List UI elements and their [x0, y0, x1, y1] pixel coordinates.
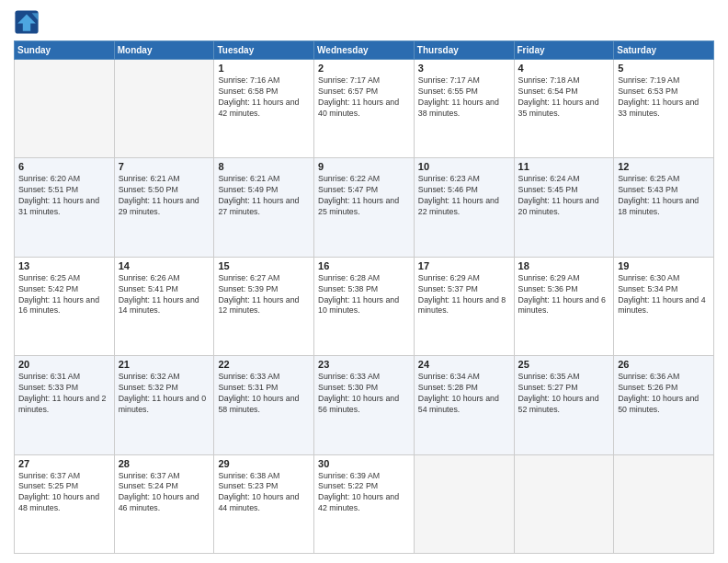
day-info-line: Daylight: 11 hours and 12 minutes. — [218, 295, 299, 316]
day-info-line: Sunset: 5:23 PM — [218, 481, 278, 490]
day-number: 9 — [318, 161, 410, 172]
day-info-line: Sunset: 5:33 PM — [18, 383, 78, 392]
calendar-body: 1Sunrise: 7:16 AMSunset: 6:58 PMDaylight… — [15, 60, 714, 554]
weekday-header-row: SundayMondayTuesdayWednesdayThursdayFrid… — [15, 41, 714, 60]
day-info-line: Daylight: 10 hours and 42 minutes. — [318, 492, 399, 512]
day-info-line: Sunrise: 6:29 AM — [518, 273, 580, 282]
day-info-line: Daylight: 11 hours and 14 minutes. — [119, 295, 199, 316]
day-info-line: Sunrise: 6:23 AM — [418, 174, 480, 183]
day-number: 20 — [18, 359, 110, 370]
day-info-line: Sunrise: 7:17 AM — [318, 75, 380, 85]
day-info: Sunrise: 6:21 AMSunset: 5:49 PMDaylight:… — [218, 174, 310, 218]
day-info-line: Sunrise: 6:26 AM — [119, 273, 180, 282]
weekday-header-cell: Wednesday — [314, 41, 415, 60]
day-info-line: Sunset: 5:38 PM — [318, 284, 378, 293]
day-info-line: Sunset: 5:32 PM — [119, 383, 178, 392]
day-number: 21 — [119, 359, 210, 370]
day-info-line: Sunset: 5:42 PM — [18, 284, 78, 293]
day-number: 22 — [218, 359, 310, 370]
calendar-day-cell: 13Sunrise: 6:25 AMSunset: 5:42 PMDayligh… — [15, 257, 115, 355]
day-info-line: Sunset: 5:26 PM — [618, 383, 677, 392]
day-info-line: Sunrise: 6:37 AM — [18, 471, 80, 480]
calendar-day-cell: 8Sunrise: 6:21 AMSunset: 5:49 PMDaylight… — [214, 158, 314, 257]
day-info-line: Sunset: 5:31 PM — [218, 383, 278, 392]
day-info-line: Daylight: 10 hours and 46 minutes. — [119, 492, 199, 512]
weekday-header-cell: Friday — [514, 41, 614, 60]
weekday-header-cell: Sunday — [15, 41, 115, 60]
day-info-line: Sunset: 5:51 PM — [18, 185, 78, 194]
day-info-line: Daylight: 10 hours and 56 minutes. — [318, 394, 399, 414]
day-info-line: Sunset: 5:43 PM — [618, 185, 677, 194]
weekday-header-cell: Monday — [114, 41, 214, 60]
day-info-line: Sunrise: 6:37 AM — [119, 471, 180, 480]
day-info-line: Daylight: 11 hours and 2 minutes. — [18, 394, 106, 414]
calendar-day-cell: 20Sunrise: 6:31 AMSunset: 5:33 PMDayligh… — [15, 356, 115, 454]
day-info: Sunrise: 7:19 AMSunset: 6:53 PMDaylight:… — [618, 75, 710, 120]
calendar-day-cell: 16Sunrise: 6:28 AMSunset: 5:38 PMDayligh… — [314, 257, 415, 355]
day-info: Sunrise: 6:23 AMSunset: 5:46 PMDaylight:… — [418, 174, 510, 218]
day-info-line: Daylight: 11 hours and 22 minutes. — [418, 196, 499, 216]
day-number: 5 — [618, 63, 710, 74]
calendar-day-cell: 14Sunrise: 6:26 AMSunset: 5:41 PMDayligh… — [114, 257, 214, 355]
day-info-line: Sunset: 5:28 PM — [418, 383, 478, 392]
day-info-line: Sunset: 5:24 PM — [119, 481, 178, 490]
day-info-line: Daylight: 11 hours and 40 minutes. — [318, 98, 399, 118]
day-info-line: Daylight: 11 hours and 10 minutes. — [318, 295, 399, 316]
day-info-line: Sunrise: 6:30 AM — [618, 273, 679, 282]
day-info: Sunrise: 7:17 AMSunset: 6:57 PMDaylight:… — [318, 75, 410, 120]
calendar-day-cell: 28Sunrise: 6:37 AMSunset: 5:24 PMDayligh… — [114, 454, 214, 553]
day-info: Sunrise: 6:33 AMSunset: 5:31 PMDaylight:… — [218, 372, 310, 416]
weekday-header-cell: Thursday — [414, 41, 514, 60]
day-number: 12 — [618, 161, 710, 172]
day-number: 24 — [418, 359, 510, 370]
day-info-line: Sunrise: 6:21 AM — [119, 174, 180, 183]
logo — [14, 9, 43, 35]
day-info-line: Sunset: 5:27 PM — [518, 383, 578, 392]
day-info-line: Sunset: 5:22 PM — [318, 481, 378, 490]
calendar-week-row: 1Sunrise: 7:16 AMSunset: 6:58 PMDaylight… — [15, 60, 714, 158]
day-info-line: Sunrise: 6:35 AM — [518, 372, 580, 381]
day-number: 23 — [318, 359, 410, 370]
page: SundayMondayTuesdayWednesdayThursdayFrid… — [0, 0, 728, 563]
day-info-line: Sunset: 6:57 PM — [318, 86, 378, 96]
calendar-week-row: 13Sunrise: 6:25 AMSunset: 5:42 PMDayligh… — [15, 257, 714, 355]
day-info-line: Sunset: 5:36 PM — [518, 284, 578, 293]
calendar-day-cell: 5Sunrise: 7:19 AMSunset: 6:53 PMDaylight… — [614, 60, 714, 158]
calendar-day-cell: 23Sunrise: 6:33 AMSunset: 5:30 PMDayligh… — [314, 356, 415, 454]
day-info: Sunrise: 6:36 AMSunset: 5:26 PMDaylight:… — [618, 372, 710, 416]
calendar-table: SundayMondayTuesdayWednesdayThursdayFrid… — [14, 40, 714, 554]
day-info-line: Daylight: 11 hours and 6 minutes. — [518, 295, 606, 316]
calendar-day-cell: 19Sunrise: 6:30 AMSunset: 5:34 PMDayligh… — [614, 257, 714, 355]
day-info-line: Sunset: 5:45 PM — [518, 185, 578, 194]
day-info-line: Sunrise: 6:20 AM — [18, 174, 80, 183]
day-number: 10 — [418, 161, 510, 172]
day-info-line: Sunrise: 7:17 AM — [418, 75, 480, 85]
calendar-week-row: 27Sunrise: 6:37 AMSunset: 5:25 PMDayligh… — [15, 454, 714, 553]
day-info: Sunrise: 6:28 AMSunset: 5:38 PMDaylight:… — [318, 273, 410, 317]
day-info-line: Daylight: 11 hours and 18 minutes. — [618, 196, 699, 216]
day-info-line: Daylight: 10 hours and 44 minutes. — [218, 492, 299, 512]
calendar-day-cell: 10Sunrise: 6:23 AMSunset: 5:46 PMDayligh… — [414, 158, 514, 257]
calendar-day-cell: 29Sunrise: 6:38 AMSunset: 5:23 PMDayligh… — [214, 454, 314, 553]
day-number: 25 — [518, 359, 610, 370]
calendar-week-row: 20Sunrise: 6:31 AMSunset: 5:33 PMDayligh… — [15, 356, 714, 454]
day-info-line: Sunrise: 6:22 AM — [318, 174, 380, 183]
calendar-day-cell: 25Sunrise: 6:35 AMSunset: 5:27 PMDayligh… — [514, 356, 614, 454]
calendar-day-cell: 9Sunrise: 6:22 AMSunset: 5:47 PMDaylight… — [314, 158, 415, 257]
day-info-line: Sunrise: 6:36 AM — [618, 372, 679, 381]
day-info-line: Sunset: 6:55 PM — [418, 86, 478, 96]
calendar-day-cell: 24Sunrise: 6:34 AMSunset: 5:28 PMDayligh… — [414, 356, 514, 454]
day-number: 15 — [218, 260, 310, 271]
day-info-line: Daylight: 11 hours and 42 minutes. — [218, 98, 299, 118]
day-info-line: Daylight: 11 hours and 4 minutes. — [618, 295, 705, 316]
day-info-line: Sunset: 6:54 PM — [518, 86, 578, 96]
day-info-line: Daylight: 10 hours and 48 minutes. — [18, 492, 99, 512]
day-info: Sunrise: 6:29 AMSunset: 5:36 PMDaylight:… — [518, 273, 610, 317]
day-number: 27 — [18, 458, 110, 469]
day-number: 30 — [318, 458, 410, 469]
calendar-day-cell: 21Sunrise: 6:32 AMSunset: 5:32 PMDayligh… — [114, 356, 214, 454]
day-number: 8 — [218, 161, 310, 172]
calendar-day-cell — [514, 454, 614, 553]
day-number: 3 — [418, 63, 510, 74]
day-info-line: Sunset: 6:53 PM — [618, 86, 677, 96]
